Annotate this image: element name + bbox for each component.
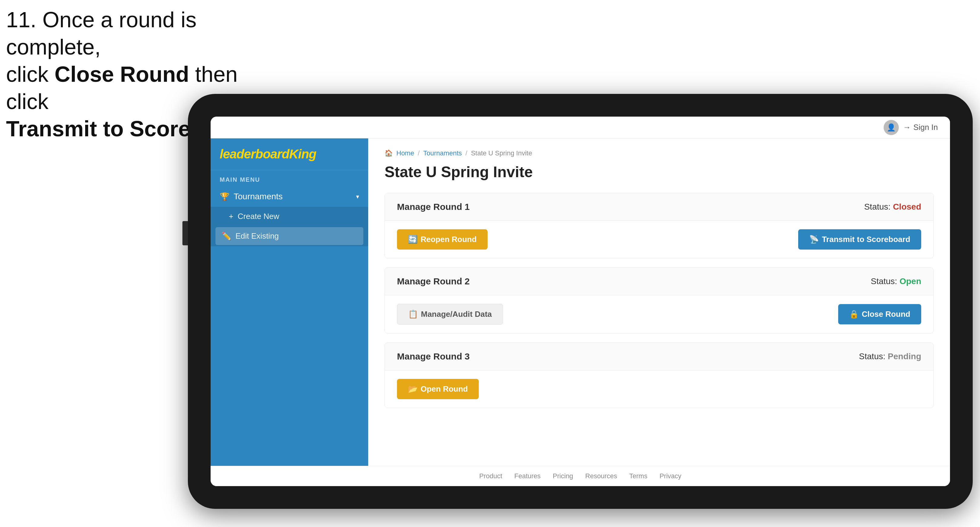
round-3-title: Manage Round 3 — [397, 351, 470, 362]
page-title: State U Spring Invite — [385, 163, 934, 181]
sidebar-item-create-new[interactable]: + Create New — [211, 207, 368, 226]
plus-icon: + — [229, 212, 233, 221]
breadcrumb: 🏠 Home / Tournaments / State U Spring In… — [385, 149, 934, 157]
open-round-button[interactable]: 📂 Open Round — [397, 379, 479, 399]
avatar-icon: 👤 — [884, 120, 899, 135]
close-round-button[interactable]: 🔒 Close Round — [838, 304, 921, 324]
logo: leaderboardKing — [220, 147, 359, 162]
footer-features[interactable]: Features — [514, 472, 541, 480]
round-3-status-label: Status: — [859, 352, 885, 361]
close-round-label: Close Round — [862, 310, 910, 319]
round-3-status: Status: Pending — [859, 352, 921, 361]
create-new-label: Create New — [237, 212, 279, 221]
round-2-body: 📋 Manage/Audit Data 🔒 Close Round — [385, 295, 933, 333]
close-icon: 🔒 — [849, 310, 859, 319]
round-2-status-label: Status: — [870, 276, 897, 286]
round-1-status-label: Status: — [864, 202, 891, 211]
round-3-section: Manage Round 3 Status: Pending 📂 Open Ro… — [385, 343, 934, 408]
sidebar-item-edit-existing[interactable]: ✏️ Edit Existing — [215, 227, 363, 245]
round-2-section: Manage Round 2 Status: Open 📋 Manage/Aud… — [385, 267, 934, 333]
breadcrumb-home[interactable]: Home — [396, 149, 414, 157]
tournaments-label: Tournaments — [234, 192, 283, 202]
round-3-body: 📂 Open Round — [385, 370, 933, 408]
edit-icon: ✏️ — [221, 232, 231, 241]
sign-in-label: Sign In — [913, 123, 938, 132]
footer: Product Features Pricing Resources Terms… — [211, 466, 950, 486]
round-1-status-value: Closed — [893, 202, 921, 211]
round-1-status: Status: Closed — [864, 202, 921, 212]
edit-existing-label: Edit Existing — [235, 232, 279, 241]
round-1-body: 🔄 Reopen Round 📡 Transmit to Scoreboard — [385, 221, 933, 258]
round-2-header: Manage Round 2 Status: Open — [385, 268, 933, 295]
breadcrumb-tournaments[interactable]: Tournaments — [423, 149, 462, 157]
main-menu-label: MAIN MENU — [211, 170, 368, 186]
round-1-title: Manage Round 1 — [397, 202, 470, 212]
transmit-scoreboard-label: Transmit to Scoreboard — [822, 235, 910, 244]
logo-text-styled: King — [289, 147, 316, 161]
sign-in-arrow: → — [903, 123, 911, 132]
tablet-screen: 👤 → Sign In leaderboardKing MAIN MENU 🏆 — [211, 117, 950, 486]
logo-area: leaderboardKing — [211, 138, 368, 170]
reopen-icon: 🔄 — [408, 235, 418, 244]
manage-audit-button[interactable]: 📋 Manage/Audit Data — [397, 304, 503, 325]
round-3-header: Manage Round 3 Status: Pending — [385, 343, 933, 370]
sidebar: leaderboardKing MAIN MENU 🏆 Tournaments … — [211, 138, 368, 466]
instruction-line1: 11. Once a round is complete, — [6, 8, 196, 59]
footer-privacy[interactable]: Privacy — [659, 472, 681, 480]
instruction-bold1: Close Round — [54, 62, 189, 86]
sidebar-item-tournaments[interactable]: 🏆 Tournaments ▾ — [211, 186, 368, 207]
sign-in-area: 👤 → Sign In — [884, 120, 938, 135]
top-bar: 👤 → Sign In — [211, 117, 950, 138]
instruction-line2: click — [6, 62, 54, 86]
reopen-round-button[interactable]: 🔄 Reopen Round — [397, 229, 488, 249]
chevron-down-icon: ▾ — [356, 193, 359, 200]
footer-terms[interactable]: Terms — [629, 472, 648, 480]
footer-product[interactable]: Product — [479, 472, 502, 480]
transmit-scoreboard-button[interactable]: 📡 Transmit to Scoreboard — [798, 229, 921, 249]
manage-audit-label: Manage/Audit Data — [421, 310, 492, 319]
breadcrumb-current: State U Spring Invite — [471, 149, 532, 157]
round-2-status-value: Open — [899, 276, 921, 286]
home-icon: 🏠 — [385, 149, 393, 157]
main-content: 🏠 Home / Tournaments / State U Spring In… — [368, 138, 950, 466]
open-icon: 📂 — [408, 384, 418, 394]
logo-text-normal: leaderboard — [220, 147, 289, 161]
audit-icon: 📋 — [408, 310, 418, 319]
breadcrumb-sep1: / — [418, 149, 420, 157]
trophy-icon: 🏆 — [220, 192, 229, 202]
main-layout: leaderboardKing MAIN MENU 🏆 Tournaments … — [211, 138, 950, 466]
sign-in-button[interactable]: → Sign In — [903, 123, 938, 132]
round-2-title: Manage Round 2 — [397, 276, 470, 287]
reopen-round-label: Reopen Round — [421, 235, 477, 244]
round-2-status: Status: Open — [870, 276, 921, 286]
round-3-status-value: Pending — [888, 352, 921, 361]
footer-resources[interactable]: Resources — [585, 472, 617, 480]
transmit-icon: 📡 — [809, 235, 819, 244]
round-1-header: Manage Round 1 Status: Closed — [385, 193, 933, 221]
tablet-shell: 👤 → Sign In leaderboardKing MAIN MENU 🏆 — [188, 94, 973, 509]
round-1-section: Manage Round 1 Status: Closed 🔄 Reopen R… — [385, 193, 934, 258]
breadcrumb-sep2: / — [465, 149, 467, 157]
sidebar-submenu: + Create New ✏️ Edit Existing — [211, 207, 368, 246]
open-round-label: Open Round — [421, 384, 468, 394]
footer-pricing[interactable]: Pricing — [553, 472, 573, 480]
tablet-side-button — [183, 221, 188, 245]
